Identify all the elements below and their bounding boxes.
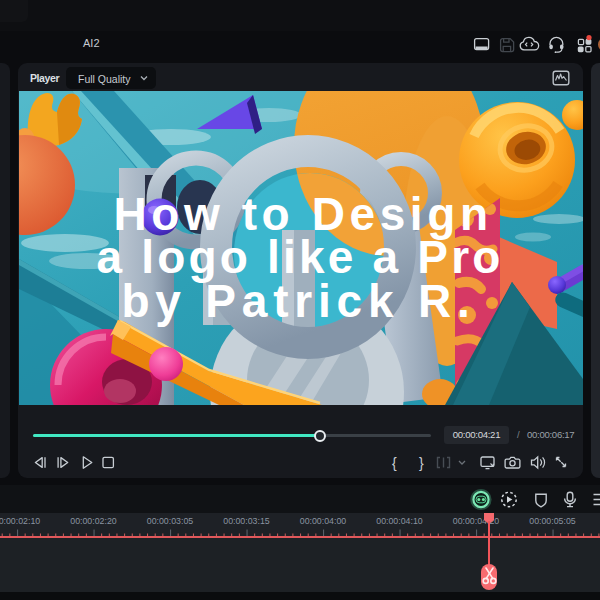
svg-text:{: { (392, 455, 397, 471)
svg-text:}: } (419, 455, 424, 471)
svg-text:by Patrick R.: by Patrick R. (121, 275, 475, 327)
